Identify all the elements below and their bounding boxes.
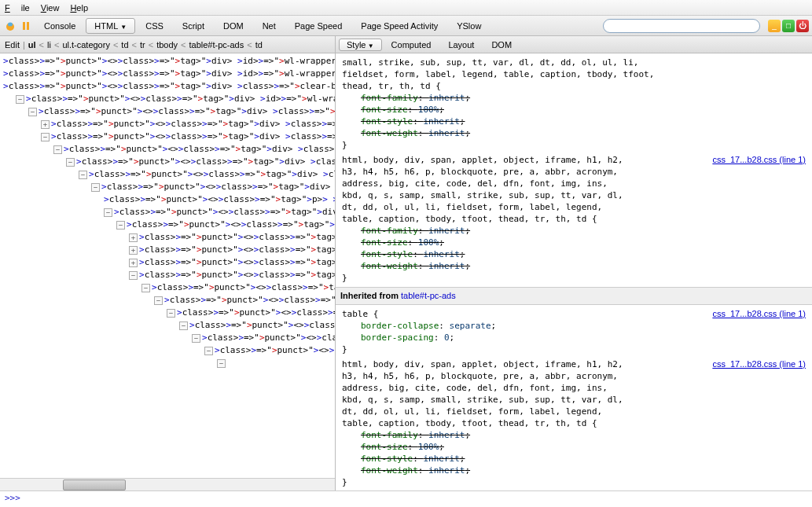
css-declaration[interactable]: font-style: inherit; <box>342 248 806 260</box>
inherited-link[interactable]: table#t-pc-ads <box>401 291 456 300</box>
tree-node[interactable]: −>class>>=>">punct>"><>>class>>=>">tag>"… <box>0 206 335 219</box>
crumb-table-t-pc-ads[interactable]: table#t-pc-ads <box>189 40 244 50</box>
svg-point-1 <box>8 22 13 26</box>
twisty-icon[interactable]: − <box>179 321 188 330</box>
twisty-icon[interactable]: − <box>204 347 213 355</box>
css-declaration[interactable]: font-weight: inherit; <box>342 260 806 272</box>
crumb-ul[interactable]: ul <box>28 40 36 50</box>
tree-node[interactable]: >class>>=>">punct>"><>>class>>=>">tag>">… <box>0 55 335 68</box>
crumb-td[interactable]: td <box>121 40 128 50</box>
twisty-icon[interactable]: − <box>41 133 50 141</box>
tab-html[interactable]: HTML▼ <box>86 18 135 34</box>
horizontal-scrollbar[interactable] <box>0 478 335 490</box>
tree-node[interactable]: −>class>>=>">punct>"><>>class>>=>">tag>"… <box>0 168 335 181</box>
css-declaration[interactable]: font-style: inherit; <box>342 116 806 127</box>
edit-button[interactable]: Edit <box>5 40 20 50</box>
tree-node[interactable]: −>class>>=>">punct>"><>>class>>=>">tag>"… <box>0 332 335 344</box>
side-tab-layout[interactable]: Layout <box>440 39 482 51</box>
side-tab-style[interactable]: Style ▼ <box>339 39 382 51</box>
source-link[interactable]: css_17...b28.css (line 1) <box>712 308 806 320</box>
tree-node[interactable]: >class>>=>">punct>"><>>class>>=>">tag>">… <box>0 68 335 80</box>
minimize-button[interactable]: _ <box>768 20 781 32</box>
twisty-icon[interactable]: − <box>16 95 24 104</box>
tree-node[interactable]: −>class>>=>">punct>"><>>class>>=>">tag>"… <box>0 143 335 156</box>
tree-node[interactable]: −>class>>=>">punct>"><>>class>>=>">tag>"… <box>0 130 335 143</box>
tree-node[interactable]: +>class>>=>">punct>"><>>class>>=>">tag>"… <box>0 244 335 256</box>
tree-node[interactable]: +>class>>=>">punct>"><>>class>>=>">tag>"… <box>0 231 335 244</box>
css-declaration[interactable]: font-weight: inherit; <box>342 127 806 139</box>
twisty-icon[interactable]: − <box>79 171 87 179</box>
twisty-icon[interactable]: − <box>217 359 226 368</box>
tree-node[interactable]: +>class>>=>">punct>"><>>class>>=>">tag>"… <box>0 256 335 269</box>
tree-node[interactable]: −>class>>=>">punct>"><>>class>>=>">tag>"… <box>0 269 335 281</box>
tree-node[interactable]: −>class>>=>">punct>"><>>class>>=>">tag>"… <box>0 105 335 118</box>
css-declaration[interactable]: border-collapse: separate; <box>342 320 806 332</box>
menu-help[interactable]: Help <box>70 3 88 13</box>
twisty-icon[interactable]: − <box>141 284 150 292</box>
tab-dom[interactable]: DOM <box>215 18 252 34</box>
twisty-icon[interactable]: − <box>167 309 175 318</box>
tab-script[interactable]: Script <box>174 18 213 34</box>
tree-node[interactable]: −>class>>=>">punct>"><>>class>>=>">tag>"… <box>0 156 335 168</box>
maximize-button[interactable]: □ <box>782 20 795 32</box>
twisty-icon[interactable]: − <box>53 145 62 154</box>
tree-node[interactable]: −>class>>=>">punct>"><>>class>>=>">tag>"… <box>0 93 335 105</box>
css-declaration[interactable]: font-size: 100%; <box>342 237 806 248</box>
tree-node[interactable]: −>class>>=>">punct>"><>>class>>=>">tag>"… <box>0 319 335 332</box>
html-tree[interactable]: >class>>=>">punct>"><>>class>>=>">tag>">… <box>0 53 335 478</box>
tree-node[interactable]: −>class>>=>">punct>"><>>class>>=>">tag>"… <box>0 181 335 193</box>
twisty-icon[interactable]: − <box>66 158 75 167</box>
side-tab-computed[interactable]: Computed <box>384 39 439 51</box>
tab-css[interactable]: CSS <box>137 18 172 34</box>
css-declaration[interactable]: font-style: inherit; <box>342 453 806 465</box>
tree-node[interactable]: −>class>>=>">punct>"><>>class>>=>">tag>"… <box>0 294 335 307</box>
source-link[interactable]: css_17...b28.css (line 1) <box>712 154 806 166</box>
twisty-icon[interactable]: − <box>104 208 112 217</box>
tab-net[interactable]: Net <box>254 18 285 34</box>
css-declaration[interactable]: font-size: 100%; <box>342 104 806 116</box>
tab-page-speed[interactable]: Page Speed <box>286 18 351 34</box>
twisty-icon[interactable]: + <box>129 233 138 242</box>
twisty-icon[interactable]: − <box>91 183 100 192</box>
firebug-icon[interactable] <box>3 19 17 33</box>
crumb-li[interactable]: li <box>47 40 51 50</box>
tree-node[interactable]: >class>>=>">punct>"><>>class>>=>">tag>">… <box>0 80 335 93</box>
crumb-tr[interactable]: tr <box>140 40 145 50</box>
css-declaration[interactable]: font-family: inherit; <box>342 225 806 237</box>
tree-node[interactable]: − <box>0 357 335 369</box>
tree-node[interactable]: −>class>>=>">punct>"><>>class>>=>">tag>"… <box>0 307 335 319</box>
tree-node[interactable]: +>class>>=>">punct>"><>>class>>=>">tag>"… <box>0 118 335 130</box>
tree-node[interactable]: >class>>=>">punct>"><>>class>>=>">tag>">… <box>0 193 335 206</box>
css-declaration[interactable]: font-weight: inherit; <box>342 465 806 476</box>
source-link[interactable]: css_17...b28.css (line 1) <box>712 358 806 370</box>
menu-view[interactable]: View <box>41 3 60 13</box>
crumb-td[interactable]: td <box>255 40 263 50</box>
side-tab-dom[interactable]: DOM <box>483 39 520 51</box>
tab-yslow[interactable]: YSlow <box>448 18 490 34</box>
pause-icon[interactable] <box>19 19 33 33</box>
close-button[interactable]: ⏻ <box>796 20 809 32</box>
css-declaration[interactable]: border-spacing: 0; <box>342 332 806 344</box>
twisty-icon[interactable]: − <box>129 271 138 280</box>
crumb-tbody[interactable]: tbody <box>156 40 178 50</box>
twisty-icon[interactable]: − <box>192 334 200 343</box>
css-declaration[interactable]: font-size: 100%; <box>342 441 806 453</box>
twisty-icon[interactable]: − <box>154 296 163 305</box>
search-input[interactable] <box>603 19 760 33</box>
tree-node[interactable]: −>class>>=>">punct>"><>>class>>=>">tag>"… <box>0 281 335 294</box>
twisty-icon[interactable]: − <box>116 221 125 230</box>
menu-file[interactable]: File <box>5 3 30 13</box>
tree-node[interactable]: −>class>>=>">punct>"><>>class>>=>">tag>"… <box>0 219 335 231</box>
tree-node[interactable]: −>class>>=>">punct>"><>>class>>=>">tag>"… <box>0 344 335 357</box>
css-declaration[interactable]: font-family: inherit; <box>342 92 806 104</box>
twisty-icon[interactable]: + <box>129 246 138 255</box>
twisty-icon[interactable]: + <box>41 120 50 129</box>
tab-console[interactable]: Console <box>35 18 84 34</box>
tab-page-speed-activity[interactable]: Page Speed Activity <box>352 18 446 34</box>
crumb-ul-t-category[interactable]: ul.t-category <box>62 40 110 50</box>
twisty-icon[interactable]: + <box>129 259 138 267</box>
css-rules[interactable]: small, strike, sub, sup, tt, var, dl, dt… <box>336 53 812 490</box>
twisty-icon[interactable]: − <box>28 108 37 116</box>
css-declaration[interactable]: font-family: inherit; <box>342 429 806 441</box>
command-line[interactable]: >>> <box>0 490 812 505</box>
